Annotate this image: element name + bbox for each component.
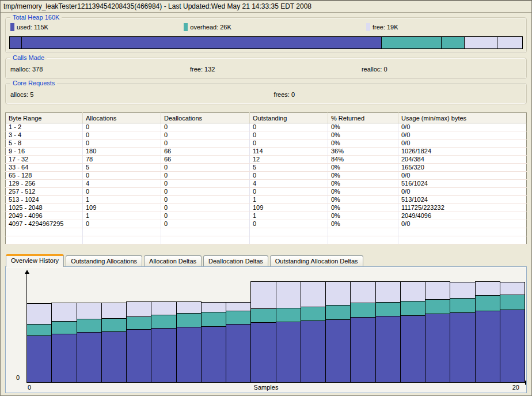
table-row[interactable]: 17 - 3278661284%204/384: [6, 156, 527, 164]
calls-made-title: Calls Made: [10, 54, 47, 62]
chart-bar: [51, 303, 77, 383]
table-cell: [6, 236, 83, 244]
table-cell: 0: [250, 220, 328, 228]
table-cell: 0: [161, 164, 250, 172]
table-cell: [6, 228, 83, 236]
table-row[interactable]: 1 - 20000%0/0: [6, 123, 527, 131]
chart-segment-used: [301, 320, 326, 383]
chart-segment-used: [325, 319, 351, 383]
table-row[interactable]: 3 - 40000%0/0: [6, 131, 527, 139]
table-cell: 84%: [328, 156, 398, 164]
table-cell: 0: [161, 172, 250, 180]
chart-bar: [475, 281, 500, 383]
table-row[interactable]: 9 - 161806611436%1026/1824: [6, 148, 527, 156]
chart-bar: [301, 281, 326, 383]
chart-segment-free: [475, 281, 500, 296]
chart-bar: [176, 301, 202, 383]
chart-segment-free: [101, 303, 127, 319]
table-cell: 5: [83, 164, 161, 172]
chart-segment-overhead: [101, 318, 127, 332]
column-header[interactable]: Byte Range: [6, 113, 83, 123]
chart-segment-used: [425, 314, 450, 383]
chart-segment-overhead: [450, 298, 476, 313]
table-cell: 1: [83, 212, 161, 220]
chart-segment-overhead: [51, 321, 77, 334]
table-cell: 66: [161, 156, 250, 164]
column-header[interactable]: Usage (min/max) bytes: [398, 113, 527, 123]
calls-made-stats: malloc: 378free: 132realloc: 0: [9, 66, 523, 74]
table-cell: 78: [83, 156, 161, 164]
table-cell: 12: [250, 156, 328, 164]
table-cell: 0%: [328, 204, 398, 212]
heap-bar-segment-free: [465, 37, 497, 48]
tab-deallocation-deltas[interactable]: Deallocation Deltas: [203, 255, 268, 266]
tab-overview-history[interactable]: Overview History: [6, 254, 64, 267]
table-cell: 0/0: [398, 139, 527, 148]
table-cell: 0: [161, 180, 250, 188]
column-header[interactable]: Allocations: [83, 113, 161, 123]
table-row[interactable]: 1025 - 204810901090%111725/223232: [6, 204, 527, 212]
chart-segment-overhead: [176, 313, 202, 327]
tab-outstanding-allocations[interactable]: Outstanding Allocations: [66, 255, 142, 266]
table-row[interactable]: 513 - 10241010%513/1024: [6, 196, 527, 204]
chart-bar: [101, 303, 127, 383]
table-cell: 2049/4096: [398, 212, 527, 220]
chart-segment-free: [77, 303, 102, 319]
chart-bar: [151, 301, 177, 383]
stat-value: malloc: 378: [10, 66, 43, 73]
table-cell: 204/384: [398, 156, 527, 164]
chart-bar: [250, 281, 276, 383]
column-header[interactable]: Deallocations: [161, 113, 250, 123]
chart-segment-overhead: [325, 305, 351, 320]
heap-legend: used: 115Koverhead: 26Kfree: 19K: [9, 23, 523, 32]
tab-outstanding-allocation-deltas[interactable]: Outstanding Allocation Deltas: [270, 255, 363, 266]
heap-usage-bar: [9, 36, 523, 49]
table-row[interactable]: 33 - 645050%165/320: [6, 164, 527, 172]
table-cell: 5: [250, 164, 328, 172]
table-cell: 1: [250, 196, 328, 204]
table-cell: 0%: [328, 139, 398, 148]
chart-segment-free: [325, 281, 351, 306]
table-cell: [250, 236, 328, 244]
table-cell: 0: [83, 123, 161, 131]
table-cell: [161, 228, 250, 236]
table-cell: 0: [83, 172, 161, 180]
table-cell: 0/0: [398, 188, 527, 196]
y-axis: [26, 274, 27, 382]
tab-allocation-deltas[interactable]: Allocation Deltas: [144, 255, 202, 266]
chart-bar: [400, 281, 425, 383]
chart-segment-used: [475, 311, 500, 383]
heap-bar-segment-overhead: [382, 37, 442, 48]
table-cell: 114: [250, 148, 328, 156]
table-row[interactable]: 257 - 5120000%0/0: [6, 188, 527, 196]
chart-segment-free: [151, 301, 177, 315]
chart-bar: [201, 302, 226, 383]
table-row[interactable]: 2049 - 40961010%2049/4096: [6, 212, 527, 220]
legend-item: free: 19K: [366, 23, 398, 31]
table-cell: [83, 228, 161, 236]
overview-history-panel: 0 0 Samples 20: [5, 266, 527, 393]
column-header[interactable]: % Returned: [328, 113, 398, 123]
chart-segment-used: [450, 312, 476, 383]
table-cell: [328, 236, 398, 244]
heap-bar-segment-used: [22, 37, 382, 48]
table-cell: 1 - 2: [6, 123, 83, 131]
chart-segment-overhead: [201, 312, 226, 327]
table-row[interactable]: 5 - 80000%0/0: [6, 139, 527, 148]
column-header[interactable]: Outstanding: [250, 113, 328, 123]
table-cell: 65 - 128: [6, 172, 83, 180]
table-row[interactable]: 129 - 2564040%516/1024: [6, 180, 527, 188]
table-cell: 180: [83, 148, 161, 156]
chart-bar: [276, 281, 301, 383]
table-row[interactable]: 4097 - 42949672950000%0/0: [6, 220, 527, 228]
table-cell: [83, 236, 161, 244]
chart-segment-free: [201, 302, 226, 312]
table-cell: 129 - 256: [6, 180, 83, 188]
tab-bar: Overview HistoryOutstanding AllocationsA…: [5, 254, 527, 266]
heap-bar-segment-free: [497, 37, 522, 48]
chart-segment-free: [176, 301, 202, 314]
table-row[interactable]: 65 - 1280000%0/0: [6, 172, 527, 180]
table-cell: 4097 - 4294967295: [6, 220, 83, 228]
stat-value: allocs: 5: [10, 91, 33, 98]
y-origin-label: 0: [16, 374, 20, 381]
